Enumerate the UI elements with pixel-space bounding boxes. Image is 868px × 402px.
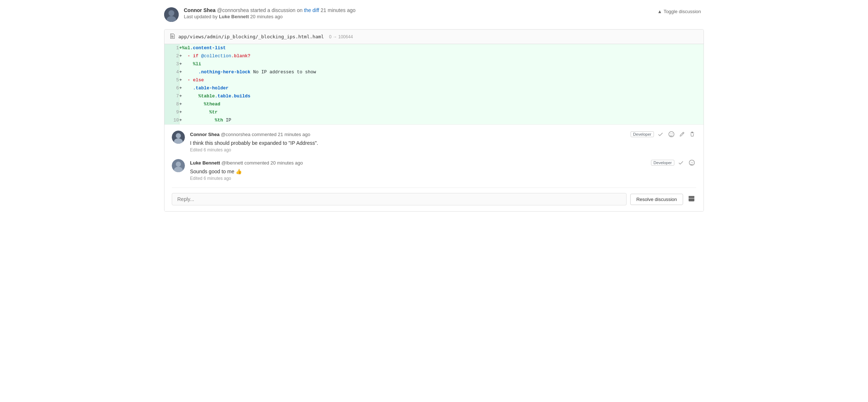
line-number: 5 [164, 76, 179, 84]
toggle-chevron-icon: ▲ [658, 9, 662, 14]
line-code: + %li [179, 60, 704, 68]
comment-action: commented [252, 132, 276, 137]
comment-edited-label: Edited 6 minutes ago [190, 176, 696, 181]
comment-text: I think this should probably be expanded… [190, 140, 696, 146]
diff-line: 1+%ul.content-list [164, 44, 704, 52]
role-badge: Developer [651, 160, 674, 166]
comment-handle: @connorshea [221, 132, 251, 137]
line-number: 8 [164, 100, 179, 108]
action-text: started a discussion on [250, 7, 304, 13]
comment-time: 21 minutes ago [278, 132, 310, 137]
svg-point-7 [176, 162, 181, 167]
line-number: 1 [164, 44, 179, 52]
diff-line: 2+ - if @collection.blank? [164, 52, 704, 60]
comment-action: commented [244, 160, 269, 166]
line-number: 7 [164, 92, 179, 100]
discussion-header: Connor Shea @connorshea started a discus… [164, 7, 704, 22]
line-code: + - if @collection.blank? [179, 52, 704, 60]
avatar-image [164, 7, 179, 22]
line-code: + .table-holder [179, 84, 704, 92]
emoji-icon-button[interactable] [687, 159, 696, 166]
line-code: + %thead [179, 100, 704, 108]
comment-meta-left: Luke Bennett @lbennett commented 20 minu… [190, 160, 303, 166]
reply-input[interactable] [172, 193, 627, 205]
file-mode: 0 → 100644 [329, 34, 353, 39]
diff-link[interactable]: the diff [304, 7, 319, 13]
diff-line: 6+ .table-holder [164, 84, 704, 92]
discussion-summary: Connor Shea @connorshea started a discus… [184, 7, 356, 13]
line-code: + %table.table.builds [179, 92, 704, 100]
file-icon [170, 33, 175, 40]
line-number: 10 [164, 116, 179, 124]
discussion-author: Connor Shea [184, 7, 216, 13]
comment-block-2: Luke Bennett @lbennett commented 20 minu… [172, 159, 696, 181]
line-number: 2 [164, 52, 179, 60]
toggle-discussion-button[interactable]: ▲ Toggle discussion [655, 7, 704, 16]
line-code: + .nothing-here-block No IP addresses to… [179, 68, 704, 76]
comment-text: Sounds good to me 👍 [190, 169, 696, 174]
line-code: + %tr [179, 108, 704, 116]
line-number: 4 [164, 68, 179, 76]
diff-line: 10+ %th IP [164, 116, 704, 124]
resolve-icon-button[interactable] [677, 159, 685, 166]
delete-icon-button[interactable] [688, 131, 696, 138]
diff-line: 9+ %tr [164, 108, 704, 116]
line-number: 9 [164, 108, 179, 116]
line-number: 3 [164, 60, 179, 68]
comment-author: Connor Shea [190, 132, 220, 137]
comment-time: 20 minutes ago [271, 160, 303, 166]
comment-meta-left: Connor Shea @connorshea commented 21 min… [190, 132, 310, 137]
comment-body: Luke Bennett @lbennett commented 20 minu… [190, 159, 696, 181]
reply-area: Resolve discussion [172, 188, 696, 205]
file-header: app/views/admin/ip_blocking/_blocking_ip… [164, 30, 704, 44]
resolve-discussion-button[interactable]: Resolve discussion [630, 194, 683, 205]
comment-avatar [172, 131, 185, 144]
role-badge: Developer [631, 131, 654, 137]
author-avatar [164, 7, 179, 22]
diff-table: 1+%ul.content-list2+ - if @collection.bl… [164, 44, 704, 124]
comment-meta-right: Developer [651, 159, 696, 166]
line-number: 6 [164, 84, 179, 92]
reply-send-icon-button[interactable] [687, 194, 696, 205]
emoji-icon-button[interactable] [667, 131, 676, 138]
comment-meta: Luke Bennett @lbennett commented 20 minu… [190, 159, 696, 166]
resolve-icon-button[interactable] [656, 131, 665, 138]
line-code: + - else [179, 76, 704, 84]
header-time-val: 21 minutes ago [321, 7, 356, 13]
file-name: app/views/admin/ip_blocking/_blocking_ip… [178, 34, 324, 39]
discussion-header-left: Connor Shea @connorshea started a discus… [164, 7, 356, 22]
comment-meta: Connor Shea @connorshea commented 21 min… [190, 131, 696, 138]
comment-avatar [172, 159, 185, 172]
comment-author: Luke Bennett [190, 160, 220, 166]
diff-line: 7+ %table.table.builds [164, 92, 704, 100]
svg-point-4 [176, 133, 181, 138]
author-handle: @connorshea [217, 7, 249, 13]
comment-edited-label: Edited 6 minutes ago [190, 147, 696, 152]
file-section: app/views/admin/ip_blocking/_blocking_ip… [164, 29, 704, 212]
diff-line: 3+ %li [164, 60, 704, 68]
diff-line: 8+ %thead [164, 100, 704, 108]
comment-body: Connor Shea @connorshea commented 21 min… [190, 131, 696, 152]
toggle-discussion-label: Toggle discussion [663, 9, 701, 14]
comment-block-1: Connor Shea @connorshea commented 21 min… [172, 131, 696, 152]
comments-section: Connor Shea @connorshea commented 21 min… [164, 124, 704, 211]
line-code: + %th IP [179, 116, 704, 124]
comment-meta-right: Developer [631, 131, 696, 138]
comment-handle: @lbennett [221, 160, 243, 166]
diff-line: 5+ - else [164, 76, 704, 84]
last-updated-line: Last updated by Luke Bennett 20 minutes … [184, 14, 356, 19]
edit-icon-button[interactable] [678, 131, 686, 138]
diff-line: 4+ .nothing-here-block No IP addresses t… [164, 68, 704, 76]
svg-point-1 [168, 10, 174, 16]
header-meta: Connor Shea @connorshea started a discus… [184, 7, 356, 19]
line-code: +%ul.content-list [179, 44, 704, 52]
